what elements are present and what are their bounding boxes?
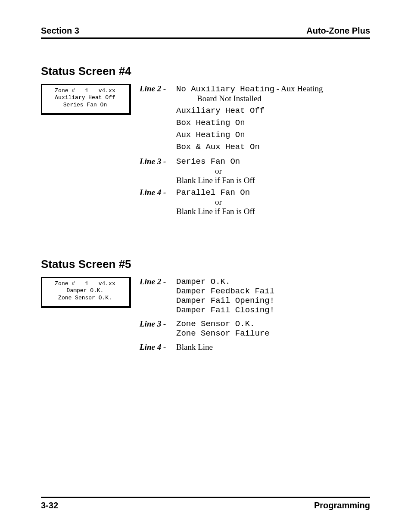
status5-block: Zone # 1 v4.xx Damper O.K. Zone Sensor O… [41,277,370,355]
line2-item4: Aux Heating On [176,130,323,140]
lcd-line2: Damper O.K. [67,287,104,294]
line4-label: Line 4 - [140,342,176,352]
status4-explain: Line 2 - No Auxiliary Heating - Aux Heat… [140,84,323,219]
page-footer: 3-32 Programming [41,497,370,510]
line4-values: Parallel Fan On or Blank Line if Fan is … [176,188,323,216]
line3-item1: Zone Sensor O.K. [176,319,274,329]
line3-values: Series Fan On or Blank Line if Fan is Of… [176,157,323,185]
line2-item2: Auxiliary Heat Off [176,106,323,115]
line3-item1: Series Fan On [176,157,323,166]
status4-line3-row: Line 3 - Series Fan On or Blank Line if … [140,157,323,185]
footer-page-number: 3-32 [41,501,58,510]
line4-label: Line 4 - [140,188,176,197]
lcd-line3: Zone Sensor O.K. [58,295,112,301]
status4-lcd: Zone # 1 v4.xx Auxiliary Heat Off Series… [41,84,131,115]
line3-label: Line 3 - [140,319,176,329]
line2-label: Line 2 - [140,277,176,286]
status5-lcd: Zone # 1 v4.xx Damper O.K. Zone Sensor O… [41,277,131,308]
status5-explain: Line 2 - Damper O.K. Damper Feedback Fai… [140,277,274,355]
line3-or: or [215,166,323,176]
line2-item5: Box & Aux Heat On [176,142,323,152]
line2-values: No Auxiliary Heating - Aux Heating Board… [176,84,323,154]
line4-blank: Blank Line if Fan is Off [176,207,323,216]
footer-section-name: Programming [314,501,370,510]
status5-line4-row: Line 4 - Blank Line [140,342,274,352]
status5-line2-row: Line 2 - Damper O.K. Damper Feedback Fai… [140,277,274,315]
line2-item3: Box Heating On [176,118,323,128]
status5-line3-row: Line 3 - Zone Sensor O.K. Zone Sensor Fa… [140,319,274,338]
line2-item2: Damper Feedback Fail [176,286,274,296]
line3-item2: Zone Sensor Failure [176,329,274,338]
line3-label: Line 3 - [140,157,176,166]
line2-item1-note2: Board Not Installed [197,94,323,103]
lcd-line3: Series Fan On [63,102,107,108]
page: Section 3 Auto-Zone Plus Status Screen #… [0,0,411,532]
lcd-line1: Zone # 1 v4.xx [55,280,115,287]
lcd-line2: Auxiliary Heat Off [55,94,115,101]
line4-values: Blank Line [176,342,274,352]
line2-item4: Damper Fail Closing! [176,305,274,315]
line2-item1: Damper O.K. [176,277,274,286]
header-title: Auto-Zone Plus [306,26,370,36]
status4-line4-row: Line 4 - Parallel Fan On or Blank Line i… [140,188,323,216]
page-header: Section 3 Auto-Zone Plus [41,26,370,39]
header-section: Section 3 [41,26,79,36]
line3-values: Zone Sensor O.K. Zone Sensor Failure [176,319,274,338]
line2-values: Damper O.K. Damper Feedback Fail Damper … [176,277,274,315]
status4-heading: Status Screen #4 [41,65,370,78]
line2-label: Line 2 - [140,84,176,93]
line2-item1-mono: No Auxiliary Heating [176,84,274,94]
status4-line2-row: Line 2 - No Auxiliary Heating - Aux Heat… [140,84,323,154]
line2-item3: Damper Fail Opening! [176,296,274,305]
line4-or: or [215,197,323,207]
status5-heading: Status Screen #5 [41,258,370,271]
line4-item1: Parallel Fan On [176,188,323,197]
lcd-line1: Zone # 1 v4.xx [55,87,115,94]
status4-block: Zone # 1 v4.xx Auxiliary Heat Off Series… [41,84,370,219]
line3-blank: Blank Line if Fan is Off [176,176,323,185]
line4-blank: Blank Line [176,342,274,352]
line2-item1-note: - Aux Heating [274,84,323,93]
